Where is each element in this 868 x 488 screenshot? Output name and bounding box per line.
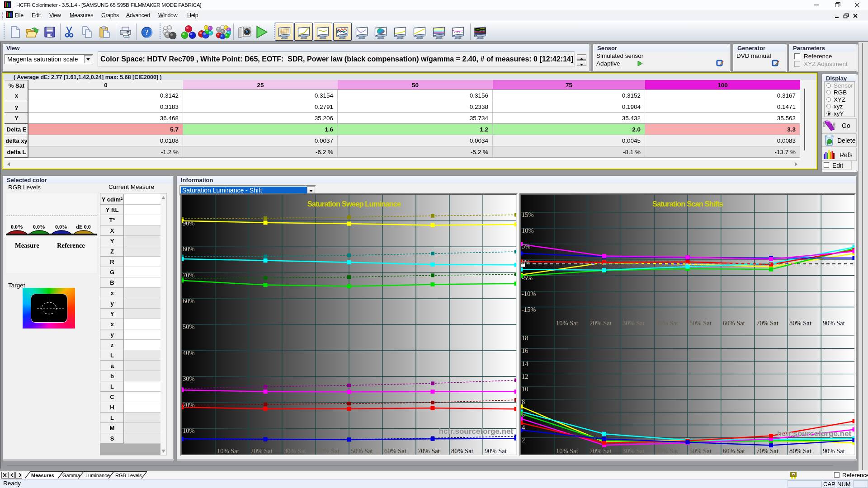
svg-text:?: ? <box>145 28 149 36</box>
